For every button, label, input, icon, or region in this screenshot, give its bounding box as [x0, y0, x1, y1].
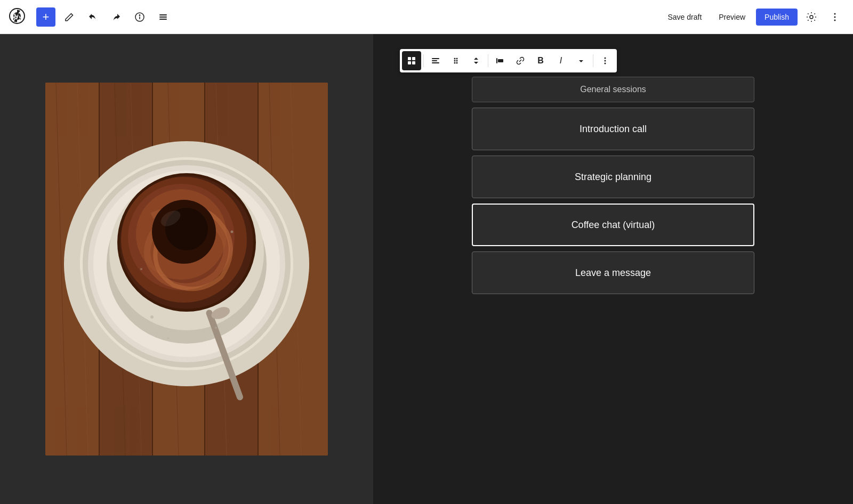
main-content: B I General sessions: [0, 34, 853, 504]
toolbar-divider-2: [488, 54, 488, 67]
add-block-button[interactable]: +: [36, 7, 55, 27]
block-toolbar: B I: [400, 49, 617, 72]
svg-point-45: [150, 315, 154, 319]
leave-message-button[interactable]: Leave a message: [472, 251, 754, 294]
svg-rect-64: [496, 58, 497, 63]
topbar-right: Save draft Preview Publish: [661, 7, 844, 27]
coffee-chat-button[interactable]: Coffee chat (virtual): [472, 204, 754, 246]
redo-button[interactable]: [107, 7, 126, 27]
svg-point-8: [834, 13, 836, 14]
svg-point-60: [454, 60, 456, 62]
svg-rect-4: [159, 14, 167, 15]
undo-button[interactable]: [83, 7, 102, 27]
list-view-button[interactable]: [154, 7, 173, 27]
svg-rect-51: [408, 57, 411, 60]
block-options-button[interactable]: [596, 51, 615, 70]
svg-point-3: [139, 14, 140, 15]
coffee-image: [45, 83, 328, 456]
svg-point-62: [454, 62, 456, 64]
svg-rect-53: [408, 61, 411, 64]
toolbar-divider-1: [423, 54, 424, 67]
svg-point-10: [834, 19, 836, 21]
svg-point-59: [456, 58, 458, 60]
topbar: + Save draft Preview Publish: [0, 0, 853, 34]
move-updown-button[interactable]: [466, 51, 486, 70]
info-button[interactable]: [130, 7, 149, 27]
edit-tool-button[interactable]: [60, 7, 79, 27]
svg-point-61: [456, 60, 458, 62]
preview-button[interactable]: Preview: [712, 9, 752, 26]
italic-button[interactable]: I: [551, 51, 570, 70]
svg-point-48: [231, 231, 234, 233]
svg-rect-5: [159, 17, 167, 18]
publish-button[interactable]: Publish: [756, 9, 798, 26]
svg-point-9: [834, 16, 836, 18]
general-sessions-block: General sessions: [472, 77, 754, 102]
svg-rect-56: [432, 60, 437, 61]
block-view-button[interactable]: [402, 51, 421, 70]
svg-point-67: [605, 60, 606, 62]
wordpress-logo[interactable]: [9, 7, 28, 27]
svg-point-47: [140, 268, 142, 270]
save-draft-button[interactable]: Save draft: [661, 9, 708, 26]
link-button[interactable]: [511, 51, 530, 70]
left-panel: [0, 34, 373, 504]
more-formatting-button[interactable]: [572, 51, 591, 70]
svg-rect-55: [432, 58, 439, 59]
settings-icon[interactable]: [802, 7, 821, 27]
strategic-planning-button[interactable]: Strategic planning: [472, 156, 754, 198]
svg-point-63: [456, 62, 458, 64]
align-left-button[interactable]: [490, 51, 510, 70]
buttons-container: General sessions Introduction call Strat…: [472, 77, 754, 294]
general-sessions-label: General sessions: [580, 85, 646, 94]
introduction-call-button[interactable]: Introduction call: [472, 108, 754, 150]
right-panel: B I General sessions: [373, 34, 853, 504]
svg-point-46: [215, 327, 217, 329]
svg-rect-57: [432, 62, 439, 63]
more-options-icon[interactable]: [825, 7, 844, 27]
svg-rect-6: [159, 19, 167, 20]
svg-point-68: [605, 63, 606, 64]
toolbar-divider-3: [593, 54, 593, 67]
text-align-button[interactable]: [426, 51, 445, 70]
svg-point-58: [454, 58, 456, 60]
svg-rect-65: [498, 59, 503, 62]
svg-point-66: [605, 58, 606, 59]
svg-rect-54: [412, 61, 415, 64]
svg-point-49: [167, 337, 169, 339]
svg-point-7: [810, 15, 813, 19]
bold-button[interactable]: B: [531, 51, 550, 70]
drag-handle-button[interactable]: [446, 51, 465, 70]
svg-rect-52: [412, 57, 415, 60]
